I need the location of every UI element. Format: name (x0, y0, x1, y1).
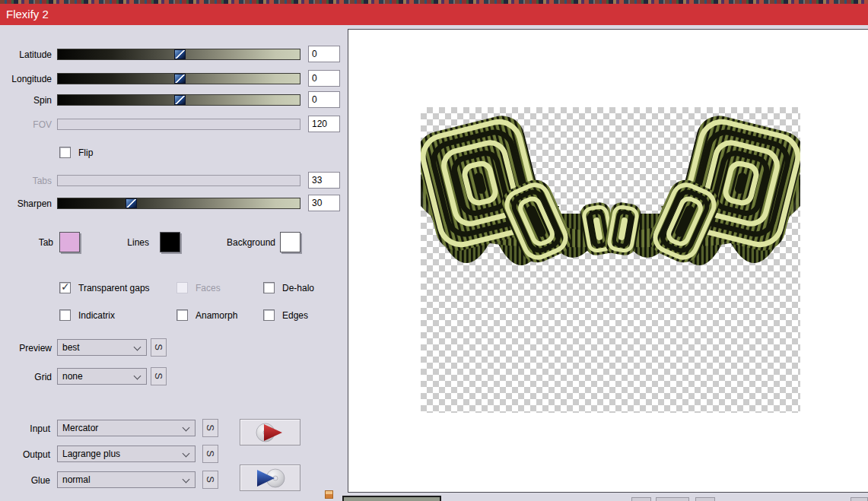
indicatrix-label: Indicatrix (78, 310, 115, 321)
fov-label: FOV (0, 119, 52, 130)
sharpen-slider-thumb[interactable] (126, 198, 137, 208)
grid-select[interactable]: none (57, 368, 147, 385)
lines-color-label: Lines (99, 237, 149, 248)
chevron-down-icon (134, 373, 141, 380)
host-partial-control[interactable] (851, 497, 868, 501)
spin-label: Spin (0, 95, 52, 106)
latitude-value-input[interactable] (308, 46, 340, 62)
flexify-preview-art (421, 107, 800, 413)
latitude-slider-thumb[interactable] (174, 49, 186, 59)
titlebar[interactable]: Flexify 2 (0, 4, 868, 25)
grid-select-value: none (62, 371, 83, 382)
anamorph-checkbox[interactable] (176, 309, 188, 321)
preview-panel (348, 29, 868, 493)
longitude-label: Longitude (0, 74, 52, 84)
flip-checkbox[interactable] (59, 147, 71, 158)
slider-row-latitude: Latitude (0, 45, 348, 65)
sharpen-label: Sharpen (0, 198, 52, 209)
input-select-value: Mercator (62, 423, 98, 433)
sharpen-value-input[interactable] (308, 195, 340, 211)
fov-value-input[interactable] (308, 116, 340, 132)
apply-button[interactable] (240, 465, 300, 491)
slider-row-tabs: Tabs (0, 171, 348, 191)
output-select-label: Output (0, 449, 50, 460)
chevron-down-icon (183, 476, 190, 484)
slider-row-spin: Spin (0, 90, 348, 110)
tabs-label: Tabs (0, 176, 52, 186)
de-halo-checkbox[interactable] (263, 282, 275, 293)
host-partial-button[interactable] (342, 496, 441, 501)
output-select[interactable]: Lagrange plus (57, 446, 196, 462)
glue-select[interactable]: normal (57, 471, 196, 488)
chevron-down-icon (183, 450, 190, 458)
longitude-value-input[interactable] (308, 70, 340, 87)
spin-slider-thumb[interactable] (174, 95, 186, 105)
indicatrix-checkbox[interactable] (59, 309, 71, 321)
input-select-label: Input (0, 423, 50, 434)
input-select[interactable]: Mercator (57, 420, 196, 436)
preview-shuffle-button[interactable]: S (151, 338, 167, 357)
faces-label: Faces (196, 283, 221, 293)
longitude-slider-thumb[interactable] (174, 74, 186, 84)
faces-checkbox (176, 282, 188, 293)
preview-image[interactable] (421, 107, 800, 413)
spin-value-input[interactable] (308, 91, 340, 108)
chevron-down-icon (134, 344, 141, 351)
latitude-label: Latitude (0, 49, 52, 60)
edges-label: Edges (282, 310, 308, 321)
preview-select[interactable]: best (57, 339, 147, 356)
disc-red-arrow-icon (253, 421, 287, 444)
background-color-swatch[interactable] (280, 232, 300, 252)
latitude-slider-track[interactable] (57, 49, 300, 60)
shuffle-icon: S (151, 373, 167, 379)
transparent-gaps-checkbox[interactable]: ✓ (59, 282, 71, 293)
slider-row-fov: FOV (0, 115, 348, 135)
preview-select-value: best (62, 342, 80, 353)
background-color-label: Background (190, 237, 275, 248)
tabs-value-input[interactable] (308, 172, 340, 189)
glue-select-value: normal (62, 474, 91, 485)
shuffle-icon: S (202, 450, 218, 457)
shuffle-icon: S (151, 344, 167, 350)
glue-select-label: Glue (0, 475, 50, 486)
shuffle-icon: S (202, 424, 218, 431)
blue-arrow-disc-icon (253, 467, 287, 490)
flexify-plugin-window: Flexify 2 Latitude Longitude Spin FOV Fl… (0, 0, 868, 501)
chevron-down-icon (183, 424, 190, 432)
render-button[interactable] (240, 419, 300, 446)
output-select-value: Lagrange plus (62, 449, 120, 459)
flip-label: Flip (78, 147, 93, 158)
tabs-slider-track (57, 175, 300, 186)
input-shuffle-button[interactable]: S (202, 419, 218, 437)
edges-checkbox[interactable] (263, 309, 275, 321)
host-partial-control[interactable] (656, 497, 689, 501)
host-partial-control[interactable] (695, 497, 715, 501)
glue-shuffle-button[interactable]: S (202, 471, 218, 489)
host-partial-control[interactable] (631, 497, 651, 501)
shuffle-icon: S (202, 476, 218, 483)
fov-slider-track (57, 119, 300, 130)
window-title: Flexify 2 (6, 4, 49, 25)
resize-grip-icon (325, 490, 333, 499)
spin-slider-track[interactable] (57, 94, 300, 106)
tab-color-swatch[interactable] (59, 232, 80, 252)
slider-row-sharpen: Sharpen (0, 194, 348, 214)
lines-color-swatch[interactable] (160, 232, 180, 252)
check-icon: ✓ (61, 281, 70, 293)
preview-select-label: Preview (0, 343, 52, 354)
grid-select-label: Grid (0, 372, 52, 382)
anamorph-label: Anamorph (196, 310, 237, 321)
sharpen-slider-track[interactable] (57, 198, 300, 209)
de-halo-label: De-halo (282, 283, 314, 293)
grid-shuffle-button[interactable]: S (151, 367, 167, 385)
tab-color-label: Tab (0, 237, 53, 248)
longitude-slider-track[interactable] (57, 73, 300, 84)
transparent-gaps-label: Transparent gaps (78, 283, 150, 293)
output-shuffle-button[interactable]: S (202, 445, 218, 463)
slider-row-longitude: Longitude (0, 69, 348, 89)
